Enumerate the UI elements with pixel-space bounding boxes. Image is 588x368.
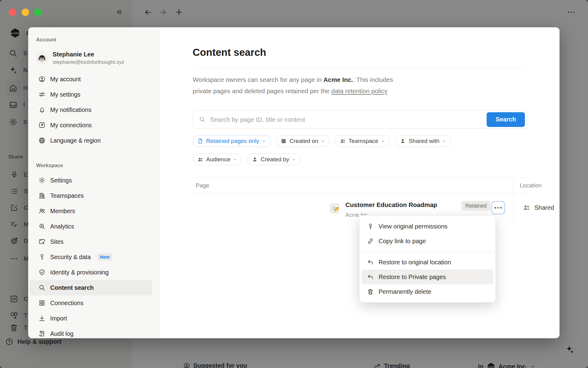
chevron-down-icon bbox=[262, 139, 266, 143]
filter-chip-teamspace[interactable]: Teamspace bbox=[335, 135, 390, 147]
column-header-page: Page bbox=[196, 182, 209, 189]
sidebar-item-teamspaces[interactable]: Teamspaces bbox=[30, 188, 152, 203]
download-icon bbox=[38, 315, 46, 322]
chevron-down-icon bbox=[442, 139, 446, 143]
sidebar-item-label: Members bbox=[50, 208, 75, 215]
sidebar-item-analytics[interactable]: Analytics bbox=[30, 219, 152, 234]
people-icon bbox=[340, 138, 346, 144]
table-column-divider bbox=[513, 178, 514, 227]
sidebar-item-label: Content search bbox=[50, 284, 94, 291]
filter-chip-created-on[interactable]: Created on bbox=[276, 135, 330, 147]
grid-icon bbox=[38, 299, 46, 307]
bell-icon bbox=[38, 106, 46, 113]
settings-sidebar: Account Stephanie Lee stephanie@t bbox=[28, 27, 160, 338]
sidebar-item-my-settings[interactable]: My settings bbox=[30, 87, 152, 102]
person-icon bbox=[400, 138, 406, 144]
page-memo-icon bbox=[330, 203, 340, 213]
sidebar-item-label: My settings bbox=[50, 91, 81, 98]
page-row-title: Customer Education Roadmap bbox=[345, 201, 437, 209]
menu-item-restore-to-private-pages[interactable]: Restore to Private pages bbox=[362, 270, 493, 284]
filter-chip-label: Created on bbox=[289, 138, 318, 144]
sidebar-item-label: Analytics bbox=[50, 223, 74, 230]
sidebar-item-members[interactable]: Members bbox=[30, 203, 152, 219]
person-icon bbox=[252, 156, 258, 163]
row-context-menu: View original permissionsCopy link to pa… bbox=[359, 215, 496, 303]
sidebar-item-label: My notifications bbox=[50, 106, 91, 113]
sidebar-item-sites[interactable]: Sites bbox=[30, 234, 152, 249]
sidebar-item-security-data[interactable]: Security & dataNew bbox=[30, 249, 152, 265]
zoom-window-button[interactable] bbox=[34, 9, 42, 16]
new-badge: New bbox=[97, 253, 112, 261]
sidebar-item-label: Import bbox=[50, 315, 67, 322]
close-window-button[interactable] bbox=[9, 9, 16, 16]
trash-icon bbox=[367, 288, 374, 295]
page-title: Content search bbox=[193, 47, 266, 58]
sidebar-item-label: Connections bbox=[50, 300, 83, 307]
sidebar-item-content-search[interactable]: Content search bbox=[30, 280, 152, 295]
chevron-down-icon bbox=[233, 158, 237, 162]
sidebar-item-label: Identity & provisioning bbox=[50, 269, 109, 276]
search-button[interactable]: Search bbox=[487, 112, 525, 127]
person-circle-icon bbox=[38, 75, 46, 83]
calendar-icon bbox=[281, 138, 287, 144]
shield-check-icon bbox=[38, 269, 46, 276]
filter-chips-row-1: Retained pages onlyCreated onTeamspaceSh… bbox=[193, 135, 451, 147]
menu-item-label: Copy link to page bbox=[379, 238, 426, 245]
minimize-window-button[interactable] bbox=[22, 9, 29, 16]
filter-chip-shared-with[interactable]: Shared with bbox=[395, 135, 451, 147]
sidebar-item-identity-provisioning[interactable]: Identity & provisioning bbox=[30, 265, 152, 280]
filter-chip-label: Retained pages only bbox=[206, 138, 259, 144]
sidebar-item-language-region[interactable]: Language & region bbox=[30, 133, 152, 148]
sidebar-item-my-connections[interactable]: My connections bbox=[30, 117, 152, 133]
globe-icon bbox=[38, 137, 46, 144]
browser-cursor-icon bbox=[38, 238, 46, 245]
menu-item-label: View original permissions bbox=[379, 223, 447, 230]
filter-chip-created-by[interactable]: Created by bbox=[247, 154, 301, 165]
chevron-down-icon bbox=[381, 139, 385, 143]
menu-item-restore-to-original-location[interactable]: Restore to original location bbox=[362, 255, 493, 270]
sidebar-item-settings[interactable]: Settings bbox=[30, 173, 152, 188]
divider bbox=[193, 67, 527, 68]
menu-item-copy-link-to-page[interactable]: Copy link to page bbox=[362, 234, 493, 248]
data-retention-policy-link[interactable]: data retention policy bbox=[331, 87, 387, 94]
arrow-out-box-icon bbox=[38, 121, 46, 129]
filter-chip-audience[interactable]: Audience bbox=[193, 154, 242, 165]
file-icon bbox=[197, 138, 203, 144]
table-top-border bbox=[193, 178, 527, 178]
menu-item-permanently-delete[interactable]: Permanently delete bbox=[362, 284, 493, 299]
undo-icon bbox=[367, 259, 374, 266]
sidebar-item-connections[interactable]: Connections bbox=[30, 295, 152, 311]
sidebar-item-label: Teamspaces bbox=[50, 192, 84, 199]
chevron-down-icon bbox=[321, 139, 325, 143]
menu-divider bbox=[360, 251, 496, 252]
sidebar-item-my-notifications[interactable]: My notifications bbox=[30, 102, 152, 117]
people-icon bbox=[522, 204, 530, 212]
sidebar-item-audit-log[interactable]: Audit log bbox=[30, 326, 152, 338]
key-icon bbox=[367, 223, 374, 230]
filter-chip-label: Shared with bbox=[409, 138, 439, 144]
menu-item-label: Restore to Private pages bbox=[379, 274, 446, 281]
filter-chip-label: Teamspace bbox=[349, 138, 378, 144]
menu-item-label: Restore to original location bbox=[379, 259, 451, 266]
filter-chip-retained-pages-only[interactable]: Retained pages only bbox=[193, 135, 271, 147]
workspace-name-bold: Acme Inc. bbox=[323, 76, 353, 83]
sidebar-item-import[interactable]: Import bbox=[30, 311, 152, 326]
app-window: ACME A SNHIS Share ESCMDM 20CTT Help & s… bbox=[0, 0, 588, 368]
sidebar-item-my-account[interactable]: My account bbox=[30, 71, 152, 87]
magnifier-plus-icon bbox=[38, 223, 46, 230]
sidebar-item-label: My connections bbox=[50, 122, 92, 129]
menu-item-view-original-permissions[interactable]: View original permissions bbox=[362, 219, 493, 234]
sidebar-item-label: Language & region bbox=[50, 137, 101, 144]
account-section-label: Account bbox=[36, 37, 56, 43]
search-input[interactable] bbox=[209, 116, 483, 124]
gear-icon bbox=[38, 177, 46, 184]
people-icon bbox=[38, 207, 46, 215]
sidebar-item-label: Audit log bbox=[50, 330, 74, 337]
row-more-button[interactable] bbox=[491, 201, 505, 214]
workspace-menu: SettingsTeamspacesMembersAnalyticsSitesS… bbox=[30, 173, 152, 338]
user-card[interactable]: Stephanie Lee stephanie@toolsforthought.… bbox=[36, 51, 124, 66]
user-name: Stephanie Lee bbox=[53, 51, 124, 58]
sidebar-item-label: Sites bbox=[50, 238, 63, 245]
retained-badge: Retained bbox=[462, 201, 490, 211]
chevron-down-icon bbox=[292, 158, 296, 162]
